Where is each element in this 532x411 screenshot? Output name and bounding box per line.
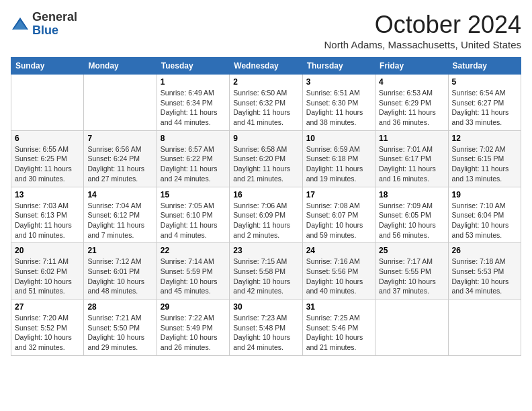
calendar-cell: 10Sunrise: 6:59 AMSunset: 6:18 PMDayligh… <box>302 130 375 187</box>
weekday-header: Saturday <box>448 58 521 75</box>
day-number: 6 <box>15 134 80 143</box>
day-info: Sunrise: 6:58 AMSunset: 6:20 PMDaylight:… <box>233 144 298 184</box>
calendar-cell: 16Sunrise: 7:06 AMSunset: 6:09 PMDayligh… <box>230 187 302 243</box>
calendar-week-row: 27Sunrise: 7:20 AMSunset: 5:52 PMDayligh… <box>11 300 521 356</box>
calendar-cell: 17Sunrise: 7:08 AMSunset: 6:07 PMDayligh… <box>302 187 375 243</box>
day-number: 17 <box>306 190 371 199</box>
calendar-cell: 12Sunrise: 7:02 AMSunset: 6:15 PMDayligh… <box>448 130 521 187</box>
calendar-cell: 22Sunrise: 7:14 AMSunset: 5:59 PMDayligh… <box>157 243 229 300</box>
day-info: Sunrise: 7:01 AMSunset: 6:17 PMDaylight:… <box>379 144 444 184</box>
day-number: 9 <box>233 134 298 143</box>
calendar-week-row: 13Sunrise: 7:03 AMSunset: 6:13 PMDayligh… <box>11 187 521 243</box>
day-number: 30 <box>233 302 298 312</box>
calendar-week-row: 6Sunrise: 6:55 AMSunset: 6:25 PMDaylight… <box>11 130 521 187</box>
day-info: Sunrise: 7:23 AMSunset: 5:48 PMDaylight:… <box>233 313 298 353</box>
day-number: 5 <box>452 77 517 87</box>
day-info: Sunrise: 7:18 AMSunset: 5:53 PMDaylight:… <box>452 257 517 296</box>
calendar-cell: 18Sunrise: 7:09 AMSunset: 6:05 PMDayligh… <box>375 187 448 243</box>
calendar-cell <box>11 75 84 131</box>
day-info: Sunrise: 7:17 AMSunset: 5:55 PMDaylight:… <box>379 257 444 296</box>
weekday-header-row: SundayMondayTuesdayWednesdayThursdayFrid… <box>11 58 521 75</box>
day-number: 29 <box>161 302 226 312</box>
calendar-cell: 19Sunrise: 7:10 AMSunset: 6:04 PMDayligh… <box>448 187 521 243</box>
calendar-cell: 1Sunrise: 6:49 AMSunset: 6:34 PMDaylight… <box>157 75 229 131</box>
calendar-week-row: 20Sunrise: 7:11 AMSunset: 6:02 PMDayligh… <box>11 243 521 300</box>
day-number: 24 <box>306 246 371 255</box>
day-info: Sunrise: 7:11 AMSunset: 6:02 PMDaylight:… <box>15 257 80 296</box>
weekday-header: Wednesday <box>230 58 302 75</box>
weekday-header: Tuesday <box>157 58 229 75</box>
day-info: Sunrise: 6:56 AMSunset: 6:24 PMDaylight:… <box>87 144 152 184</box>
day-info: Sunrise: 6:59 AMSunset: 6:18 PMDaylight:… <box>306 144 371 184</box>
calendar-cell: 20Sunrise: 7:11 AMSunset: 6:02 PMDayligh… <box>11 243 84 300</box>
day-info: Sunrise: 7:04 AMSunset: 6:12 PMDaylight:… <box>87 201 152 240</box>
weekday-header: Monday <box>84 58 157 75</box>
day-info: Sunrise: 7:22 AMSunset: 5:49 PMDaylight:… <box>161 313 226 353</box>
calendar-cell: 13Sunrise: 7:03 AMSunset: 6:13 PMDayligh… <box>11 187 84 243</box>
day-info: Sunrise: 6:57 AMSunset: 6:22 PMDaylight:… <box>161 144 226 184</box>
calendar-cell: 11Sunrise: 7:01 AMSunset: 6:17 PMDayligh… <box>375 130 448 187</box>
day-info: Sunrise: 7:12 AMSunset: 6:01 PMDaylight:… <box>87 257 152 296</box>
logo-icon <box>11 15 30 34</box>
location-text: North Adams, Massachusetts, United State… <box>324 39 521 50</box>
calendar-cell <box>448 300 521 356</box>
day-number: 26 <box>452 246 517 255</box>
calendar-cell: 7Sunrise: 6:56 AMSunset: 6:24 PMDaylight… <box>84 130 157 187</box>
day-info: Sunrise: 7:10 AMSunset: 6:04 PMDaylight:… <box>452 201 517 240</box>
day-number: 8 <box>161 134 226 143</box>
calendar-table: SundayMondayTuesdayWednesdayThursdayFrid… <box>11 57 521 356</box>
day-info: Sunrise: 6:51 AMSunset: 6:30 PMDaylight:… <box>306 88 371 128</box>
calendar-cell: 3Sunrise: 6:51 AMSunset: 6:30 PMDaylight… <box>302 75 375 131</box>
day-info: Sunrise: 7:02 AMSunset: 6:15 PMDaylight:… <box>452 144 517 184</box>
calendar-cell <box>375 300 448 356</box>
day-info: Sunrise: 7:08 AMSunset: 6:07 PMDaylight:… <box>306 201 371 240</box>
calendar-cell: 6Sunrise: 6:55 AMSunset: 6:25 PMDaylight… <box>11 130 84 187</box>
logo-blue-text: Blue <box>32 24 58 37</box>
day-number: 16 <box>233 190 298 199</box>
page-header: General Blue October 2024 North Adams, M… <box>11 11 521 50</box>
calendar-cell: 29Sunrise: 7:22 AMSunset: 5:49 PMDayligh… <box>157 300 229 356</box>
calendar-cell: 26Sunrise: 7:18 AMSunset: 5:53 PMDayligh… <box>448 243 521 300</box>
day-number: 14 <box>87 190 152 199</box>
day-info: Sunrise: 7:14 AMSunset: 5:59 PMDaylight:… <box>161 257 226 296</box>
day-number: 27 <box>15 302 80 312</box>
logo: General Blue <box>11 11 77 38</box>
day-number: 11 <box>379 134 444 143</box>
day-number: 1 <box>161 77 226 87</box>
day-number: 25 <box>379 246 444 255</box>
day-number: 3 <box>306 77 371 87</box>
logo-general-text: General <box>32 10 77 24</box>
day-number: 2 <box>233 77 298 87</box>
day-number: 4 <box>379 77 444 87</box>
day-info: Sunrise: 6:54 AMSunset: 6:27 PMDaylight:… <box>452 88 517 128</box>
calendar-cell: 30Sunrise: 7:23 AMSunset: 5:48 PMDayligh… <box>230 300 302 356</box>
day-info: Sunrise: 7:15 AMSunset: 5:58 PMDaylight:… <box>233 257 298 296</box>
day-info: Sunrise: 7:21 AMSunset: 5:50 PMDaylight:… <box>87 313 152 353</box>
weekday-header: Friday <box>375 58 448 75</box>
calendar-cell: 9Sunrise: 6:58 AMSunset: 6:20 PMDaylight… <box>230 130 302 187</box>
day-number: 13 <box>15 190 80 199</box>
day-info: Sunrise: 7:09 AMSunset: 6:05 PMDaylight:… <box>379 201 444 240</box>
day-info: Sunrise: 7:25 AMSunset: 5:46 PMDaylight:… <box>306 313 371 353</box>
calendar-cell: 28Sunrise: 7:21 AMSunset: 5:50 PMDayligh… <box>84 300 157 356</box>
day-info: Sunrise: 6:49 AMSunset: 6:34 PMDaylight:… <box>161 88 226 128</box>
day-number: 7 <box>87 134 152 143</box>
day-info: Sunrise: 7:03 AMSunset: 6:13 PMDaylight:… <box>15 201 80 240</box>
day-info: Sunrise: 7:16 AMSunset: 5:56 PMDaylight:… <box>306 257 371 296</box>
title-block: October 2024 North Adams, Massachusetts,… <box>324 11 521 50</box>
calendar-cell: 31Sunrise: 7:25 AMSunset: 5:46 PMDayligh… <box>302 300 375 356</box>
day-info: Sunrise: 7:20 AMSunset: 5:52 PMDaylight:… <box>15 313 80 353</box>
calendar-cell: 8Sunrise: 6:57 AMSunset: 6:22 PMDaylight… <box>157 130 229 187</box>
day-number: 28 <box>87 302 152 312</box>
weekday-header: Thursday <box>302 58 375 75</box>
day-number: 21 <box>87 246 152 255</box>
calendar-cell: 2Sunrise: 6:50 AMSunset: 6:32 PMDaylight… <box>230 75 302 131</box>
calendar-cell: 5Sunrise: 6:54 AMSunset: 6:27 PMDaylight… <box>448 75 521 131</box>
day-number: 23 <box>233 246 298 255</box>
calendar-week-row: 1Sunrise: 6:49 AMSunset: 6:34 PMDaylight… <box>11 75 521 131</box>
day-number: 12 <box>452 134 517 143</box>
calendar-cell: 14Sunrise: 7:04 AMSunset: 6:12 PMDayligh… <box>84 187 157 243</box>
day-number: 22 <box>161 246 226 255</box>
calendar-cell: 27Sunrise: 7:20 AMSunset: 5:52 PMDayligh… <box>11 300 84 356</box>
day-info: Sunrise: 6:50 AMSunset: 6:32 PMDaylight:… <box>233 88 298 128</box>
